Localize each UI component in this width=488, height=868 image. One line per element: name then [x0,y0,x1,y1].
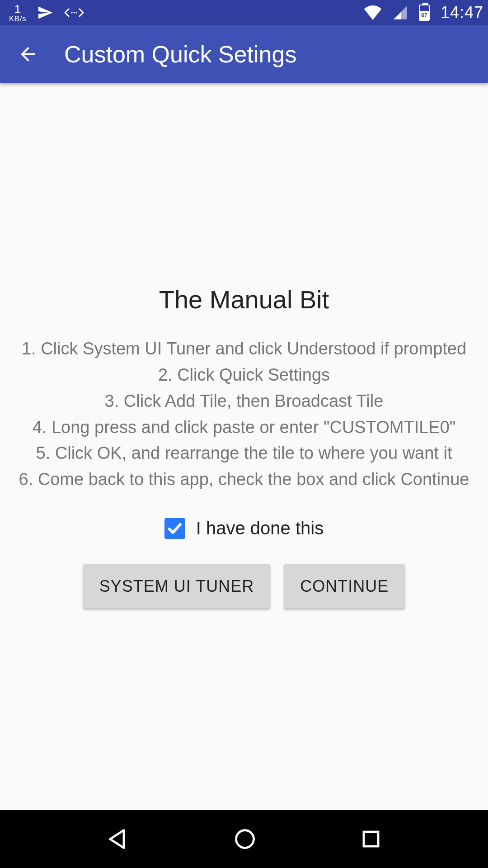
code-sync-icon [64,7,84,18]
back-arrow-icon[interactable] [17,43,39,65]
navigation-bar [0,810,488,868]
battery-icon: 67 [419,5,430,21]
send-icon [37,5,53,21]
status-bar-left: 1 KB/s [9,3,84,23]
wifi-icon [364,5,382,20]
system-ui-tuner-button[interactable]: SYSTEM UI TUNER [83,564,270,609]
kbps-unit: KB/s [9,15,26,23]
nav-back-icon[interactable] [106,827,130,851]
svg-rect-4 [364,832,378,846]
continue-button[interactable]: CONTINUE [284,564,405,609]
svg-point-3 [236,830,253,848]
confirm-checkbox-row[interactable]: I have done this [164,518,324,539]
confirm-checkbox[interactable] [164,518,185,539]
check-icon [167,520,183,537]
nav-recent-icon[interactable] [360,828,382,850]
app-title: Custom Quick Setings [64,41,296,68]
confirm-checkbox-label: I have done this [196,518,324,538]
network-speed-indicator: 1 KB/s [9,3,26,23]
instructions-text: 1. Click System UI Tuner and click Under… [19,336,469,493]
svg-point-1 [73,12,75,13]
action-button-row: SYSTEM UI TUNER CONTINUE [83,564,405,609]
clock: 14:47 [441,3,483,22]
main-content: The Manual Bit 1. Click System UI Tuner … [0,83,488,810]
svg-point-2 [75,12,77,13]
nav-home-icon[interactable] [233,827,257,851]
section-heading: The Manual Bit [159,285,329,314]
app-bar: Custom Quick Setings [0,25,488,83]
battery-level: 67 [420,11,429,20]
kbps-value: 1 [14,3,21,15]
cellular-signal-icon [393,5,408,20]
status-bar-right: 67 14:47 [364,3,483,22]
svg-point-0 [71,12,72,13]
status-bar: 1 KB/s 67 14:47 [0,0,488,25]
